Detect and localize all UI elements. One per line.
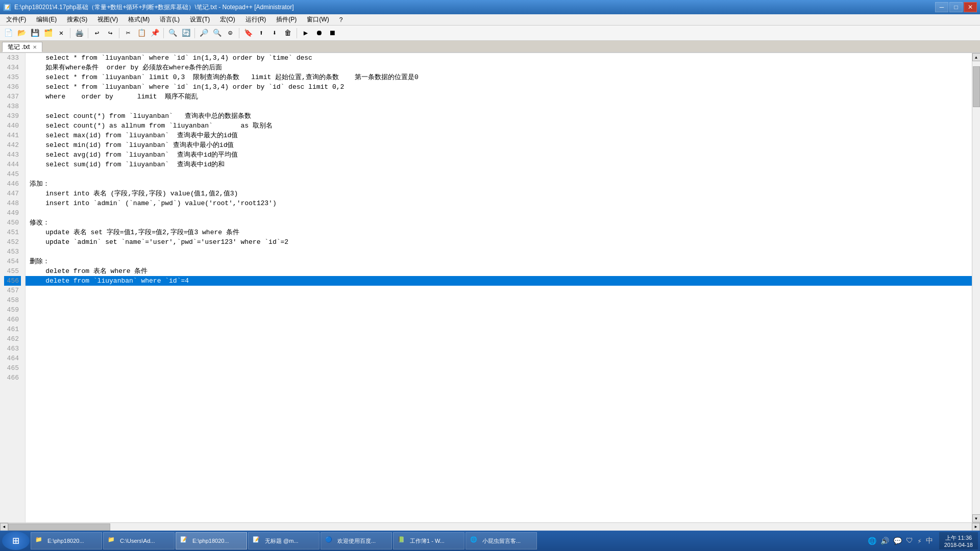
code-line[interactable]: delete from `liuyanban` where `id`=4: [26, 276, 972, 286]
code-line[interactable]: [26, 334, 972, 344]
cut-button[interactable]: ✂: [122, 27, 134, 39]
code-line[interactable]: 如果有where条件 order by 必须放在where条件的后面: [26, 63, 972, 72]
taskbar-item-6[interactable]: 🌐 小屁虫留言客...: [465, 532, 537, 549]
code-line[interactable]: select count(*) as allnum from `liuyanba…: [26, 121, 972, 131]
clear-bookmark-button[interactable]: 🗑: [282, 27, 294, 39]
save-button[interactable]: 💾: [29, 27, 41, 39]
code-line[interactable]: insert into `admin` (`name`,`pwd`) value…: [26, 198, 972, 208]
code-line[interactable]: delete from 表名 where 条件: [26, 266, 972, 276]
code-line[interactable]: update `admin` set `name`='user',`pwd`='…: [26, 237, 972, 247]
redo-button[interactable]: ↪: [104, 27, 116, 39]
code-line[interactable]: [26, 305, 972, 315]
code-line[interactable]: 添加：: [26, 179, 972, 189]
macro-stop-button[interactable]: ⏹: [326, 27, 338, 39]
chat-icon[interactable]: 💬: [892, 536, 903, 546]
scroll-track-h[interactable]: [8, 523, 972, 531]
taskbar-item-0[interactable]: 📁 E:\php18020...: [31, 532, 102, 549]
code-line[interactable]: select count(*) from `liuyanban` 查询表中总的数…: [26, 111, 972, 121]
paste-button[interactable]: 📌: [149, 27, 161, 39]
save-all-button[interactable]: 🗂️: [42, 27, 54, 39]
taskbar-item-5[interactable]: 📗 工作簿1 - W...: [393, 532, 464, 549]
undo-button[interactable]: ↩: [91, 27, 103, 39]
code-line[interactable]: [26, 295, 972, 305]
code-line[interactable]: insert into 表名 (字段,字段,字段) value(值1,值2,值3…: [26, 189, 972, 198]
menu-search[interactable]: 搜索(S): [63, 14, 91, 25]
menu-help[interactable]: ?: [335, 14, 347, 25]
code-line[interactable]: [26, 102, 972, 111]
minimize-button[interactable]: ─: [935, 2, 948, 12]
zoom-in-button[interactable]: 🔎: [198, 27, 210, 39]
taskbar-item-4[interactable]: 🔵 欢迎使用百度...: [321, 532, 392, 549]
code-line[interactable]: [26, 344, 972, 354]
code-line[interactable]: select * from `liuyanban` where `id` in(…: [26, 82, 972, 92]
close-button[interactable]: ✕: [964, 2, 977, 12]
menu-format[interactable]: 格式(M): [124, 14, 154, 25]
code-line[interactable]: [26, 247, 972, 257]
vertical-scrollbar[interactable]: ▲ ▼: [972, 53, 980, 522]
volume-icon[interactable]: 🔊: [879, 536, 890, 546]
menu-macro[interactable]: 宏(O): [216, 14, 239, 25]
code-line[interactable]: select max(id) from `liuyanban` 查询表中最大的i…: [26, 131, 972, 140]
code-line[interactable]: [26, 169, 972, 179]
input-icon[interactable]: 中: [925, 535, 934, 546]
copy-button[interactable]: 📋: [135, 27, 148, 39]
code-line[interactable]: select sum(id) from `liuyanban` 查询表中id的和: [26, 160, 972, 169]
code-line[interactable]: select * from `liuyanban` where `id` in(…: [26, 53, 972, 63]
menu-edit[interactable]: 编辑(E): [32, 14, 61, 25]
menu-language[interactable]: 语言(L): [156, 14, 184, 25]
menu-settings[interactable]: 设置(T): [186, 14, 214, 25]
code-line[interactable]: [26, 363, 972, 373]
bookmark-button[interactable]: 🔖: [242, 27, 254, 39]
open-button[interactable]: 📂: [15, 27, 28, 39]
macro-play-button[interactable]: ▶: [300, 27, 312, 39]
taskbar-item-3[interactable]: 📝 无标题 @m...: [248, 532, 320, 549]
clock[interactable]: 上午 11:36 2018-04-18: [939, 532, 978, 549]
tab-notepad[interactable]: 笔记 .txt ✕: [2, 42, 42, 52]
zoom-reset-button[interactable]: ⊙: [224, 27, 236, 39]
next-bookmark-button[interactable]: ⬇: [268, 27, 281, 39]
code-line[interactable]: [26, 324, 972, 334]
security-icon[interactable]: 🛡: [905, 536, 914, 546]
scroll-track-v[interactable]: [972, 61, 981, 514]
taskbar-item-1[interactable]: 📁 C:\Users\Ad...: [103, 532, 175, 549]
code-line[interactable]: 删除：: [26, 257, 972, 266]
prev-bookmark-button[interactable]: ⬆: [255, 27, 267, 39]
code-line[interactable]: select min(id) from `liuyanban` 查询表中最小的i…: [26, 140, 972, 150]
scroll-thumb-h[interactable]: [8, 523, 110, 531]
code-line[interactable]: where order by limit 顺序不能乱: [26, 92, 972, 102]
print-button[interactable]: 🖨️: [73, 27, 85, 39]
scroll-down-button[interactable]: ▼: [972, 514, 981, 522]
scroll-up-button[interactable]: ▲: [972, 53, 981, 61]
scroll-left-button[interactable]: ◄: [0, 523, 8, 531]
menu-file[interactable]: 文件(F): [2, 14, 30, 25]
code-area[interactable]: select * from `liuyanban` where `id` in(…: [26, 53, 972, 522]
code-line[interactable]: [26, 373, 972, 383]
menu-window[interactable]: 窗口(W): [303, 14, 333, 25]
maximize-button[interactable]: □: [949, 2, 963, 12]
close-button-tb[interactable]: ✕: [55, 27, 67, 39]
code-line[interactable]: update 表名 set 字段=值1,字段=值2,字段=值3 where 条件: [26, 228, 972, 237]
code-line[interactable]: select avg(id) from `liuyanban` 查询表中id的平…: [26, 150, 972, 160]
network-icon[interactable]: 🌐: [867, 536, 877, 546]
code-line[interactable]: 修改：: [26, 218, 972, 228]
menu-plugins[interactable]: 插件(P): [272, 14, 301, 25]
scroll-thumb-v[interactable]: [973, 66, 980, 107]
code-line[interactable]: select * from `liuyanban` limit 0,3 限制查询…: [26, 72, 972, 82]
taskbar-item-2[interactable]: 📝 E:\php18020...: [176, 532, 247, 549]
code-line[interactable]: [26, 286, 972, 295]
menu-run[interactable]: 运行(R): [241, 14, 271, 25]
code-line[interactable]: [26, 315, 972, 324]
scroll-right-button[interactable]: ►: [972, 523, 980, 531]
battery-icon[interactable]: ⚡: [916, 536, 922, 546]
new-button[interactable]: 📄: [2, 27, 14, 39]
horizontal-scrollbar[interactable]: ◄ ►: [0, 522, 980, 531]
macro-record-button[interactable]: ⏺: [313, 27, 325, 39]
start-button[interactable]: ⊞: [2, 532, 30, 550]
code-line[interactable]: [26, 354, 972, 363]
replace-button[interactable]: 🔄: [180, 27, 192, 39]
zoom-out-button[interactable]: 🔍: [211, 27, 223, 39]
tab-close-icon[interactable]: ✕: [33, 44, 37, 50]
code-line[interactable]: [26, 208, 972, 218]
find-button[interactable]: 🔍: [166, 27, 179, 39]
menu-view[interactable]: 视图(V): [93, 14, 122, 25]
